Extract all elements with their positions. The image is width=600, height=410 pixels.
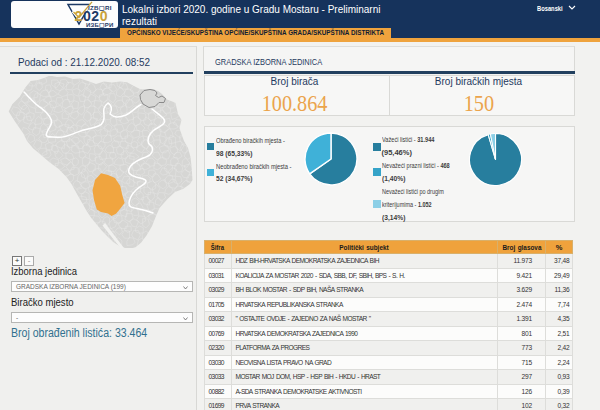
svg-text:ИЗБ▢РИ: ИЗБ▢РИ xyxy=(86,22,114,28)
